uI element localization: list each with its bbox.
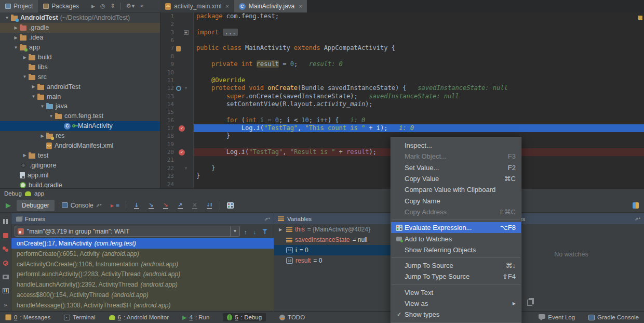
- statusbar-item-0-messages[interactable]: 0: Messages: [5, 314, 50, 320]
- chevron-icon[interactable]: [47, 114, 55, 119]
- menu-item-compare-value-with-clipboard[interactable]: Compare Value with Clipboard: [391, 184, 521, 195]
- chevron-icon[interactable]: [12, 45, 20, 50]
- menu-item-view-text[interactable]: View Text: [391, 287, 521, 298]
- menu-item-add-to-watches[interactable]: Add to Watches: [391, 233, 521, 244]
- copy-icon[interactable]: [527, 300, 532, 306]
- chevron-icon[interactable]: [21, 74, 29, 79]
- statusbar-item-5-debug[interactable]: 5: Debug: [223, 313, 266, 321]
- editor-line-8[interactable]: 8: [160, 53, 644, 60]
- fold-marker-icon[interactable]: [185, 164, 187, 172]
- editor-line-3[interactable]: 3import ...: [160, 29, 644, 36]
- float-panel-icon[interactable]: [264, 216, 270, 222]
- menu-item-show-referring-objects[interactable]: Show Referring Objects: [391, 244, 521, 255]
- frame-row[interactable]: access$800():154, ActivityThread(android…: [11, 290, 274, 300]
- frame-row[interactable]: callActivityOnCreate():1106, Instrumenta…: [11, 259, 274, 269]
- menu-item-show-types[interactable]: Show types: [391, 309, 521, 320]
- frame-row[interactable]: performLaunchActivity():2283, ActivityTh…: [11, 269, 274, 280]
- editor-line-9[interactable]: 9 private int result = 0; result: 0: [160, 60, 644, 68]
- statusbar-item-gradle-console[interactable]: Gradle Console: [588, 314, 639, 320]
- editor-line-6[interactable]: 6: [160, 36, 644, 44]
- stop-button[interactable]: [0, 232, 12, 239]
- tree-item-idea[interactable]: .idea: [0, 33, 160, 43]
- close-tab-icon[interactable]: ×: [225, 3, 229, 9]
- close-tab-icon[interactable]: ×: [299, 3, 302, 9]
- tree-item-build-gradle[interactable]: build.gradle: [0, 180, 160, 188]
- breakpoint-icon[interactable]: [179, 125, 185, 132]
- tree-item-test[interactable]: test: [0, 150, 160, 160]
- step-out-button[interactable]: [174, 200, 186, 211]
- editor-line-14[interactable]: 14 setContentView(R.layout.activity_main…: [160, 100, 644, 108]
- menu-item-jump-to-source[interactable]: Jump To Source⌘↓: [391, 260, 521, 271]
- tree-item-gitignore[interactable]: .gitignore: [0, 160, 160, 170]
- tab-debugger[interactable]: Debugger: [17, 200, 55, 211]
- packages-tool-tab[interactable]: Packages: [38, 0, 84, 12]
- tree-item-app[interactable]: app: [0, 43, 160, 53]
- menu-item-copy-address[interactable]: Copy Address⇧⌘C: [391, 206, 521, 217]
- force-step-button[interactable]: [159, 200, 172, 211]
- evaluate-button[interactable]: [224, 200, 237, 211]
- editor-line-2[interactable]: 2: [160, 20, 644, 28]
- step-into-button[interactable]: [145, 200, 157, 211]
- file-tab-activity-main-xml[interactable]: activity_main.xml×: [160, 0, 234, 12]
- hide-left-icon[interactable]: [140, 3, 145, 9]
- collapse-icon[interactable]: [111, 3, 115, 9]
- editor-line-10[interactable]: 10: [160, 69, 644, 76]
- more-button[interactable]: [0, 301, 12, 308]
- frame-row[interactable]: handleMessage():1308, ActivityThread$H(a…: [11, 300, 274, 311]
- tree-item-java[interactable]: java: [0, 101, 160, 111]
- filter-button[interactable]: [262, 227, 267, 236]
- camera-button[interactable]: [0, 274, 12, 280]
- editor-line-16[interactable]: 16 for (int i = 0; i < 10; i++) { i: 0: [160, 117, 644, 124]
- pause-button[interactable]: [0, 218, 12, 225]
- tree-item-app-iml[interactable]: app.iml: [0, 170, 160, 180]
- menu-item-copy-name[interactable]: Copy Name: [391, 195, 521, 206]
- menu-item-jump-to-type-source[interactable]: Jump To Type Source⇧F4: [391, 271, 521, 282]
- fold-marker-icon[interactable]: [185, 84, 187, 92]
- menu-item-inspect[interactable]: Inspect...: [391, 140, 521, 151]
- play-small-icon[interactable]: [91, 4, 95, 9]
- target-icon[interactable]: [100, 3, 105, 9]
- editor-line-13[interactable]: 13 super.onCreate(savedInstanceState); s…: [160, 93, 644, 100]
- menu-item-mark-object[interactable]: Mark Object...F3: [391, 151, 521, 162]
- float-panel-icon[interactable]: [635, 216, 640, 222]
- up-button[interactable]: [244, 227, 247, 236]
- frame-row[interactable]: onCreate():17, MainActivity(com.feng.tes…: [11, 238, 274, 249]
- chevron-icon[interactable]: [30, 94, 37, 99]
- show-exec-button[interactable]: [109, 200, 122, 211]
- chevron-icon[interactable]: [21, 55, 29, 60]
- fold-plus-icon[interactable]: [184, 30, 189, 35]
- chevron-icon[interactable]: [21, 153, 29, 158]
- chevron-icon[interactable]: [3, 16, 11, 20]
- resume-button[interactable]: [2, 200, 15, 211]
- dropdown-arrow-icon[interactable]: [230, 226, 239, 236]
- editor-line-15[interactable]: 15: [160, 108, 644, 116]
- tree-item-com-feng-test[interactable]: com.feng.test: [0, 111, 160, 121]
- statusbar-item-event-log[interactable]: Event Log: [539, 314, 575, 320]
- frame-row[interactable]: performCreate():6051, Activity(android.a…: [11, 249, 274, 259]
- layout-editor-button[interactable]: [0, 288, 12, 294]
- restore-layout-icon[interactable]: [633, 202, 639, 209]
- step-over-button[interactable]: [130, 200, 143, 211]
- menu-item-copy-value[interactable]: Copy Value⌘C: [391, 173, 521, 184]
- chevron-icon[interactable]: [30, 84, 37, 89]
- drop-frame-button[interactable]: [189, 200, 201, 211]
- frame-row[interactable]: handleLaunchActivity():2392, ActivityThr…: [11, 279, 274, 290]
- menu-item-view-as[interactable]: View as: [391, 298, 521, 309]
- project-tool-tab[interactable]: Project: [0, 0, 38, 12]
- editor-line-1[interactable]: 1package com.feng.test;: [160, 12, 644, 20]
- statusbar-item-terminal[interactable]: Terminal: [64, 314, 95, 320]
- breakpoint-icon[interactable]: [179, 149, 185, 156]
- statusbar-item-todo[interactable]: TODO: [279, 314, 305, 320]
- tree-item-libs[interactable]: libs: [0, 62, 160, 72]
- file-tab-mainactivity-java[interactable]: MainActivity.java×: [234, 0, 307, 12]
- editor-line-12[interactable]: 12 protected void onCreate(Bundle savedI…: [160, 84, 644, 92]
- tree-item-mainactivity[interactable]: MainActivity: [0, 121, 160, 131]
- editor-line-11[interactable]: 11 @Override: [160, 76, 644, 84]
- chevron-icon[interactable]: [38, 104, 46, 109]
- menu-item-evaluate-expression[interactable]: Evaluate Expression...⌥F8: [391, 222, 521, 233]
- mute-bp-button[interactable]: [0, 260, 12, 267]
- chevron-icon[interactable]: [38, 134, 46, 138]
- tree-item-androidtest[interactable]: AndroidTest (~/Desktop/AndroidTest): [0, 13, 160, 23]
- tree-item-res[interactable]: res: [0, 131, 160, 141]
- tree-item-gradle[interactable]: .gradle: [0, 23, 160, 33]
